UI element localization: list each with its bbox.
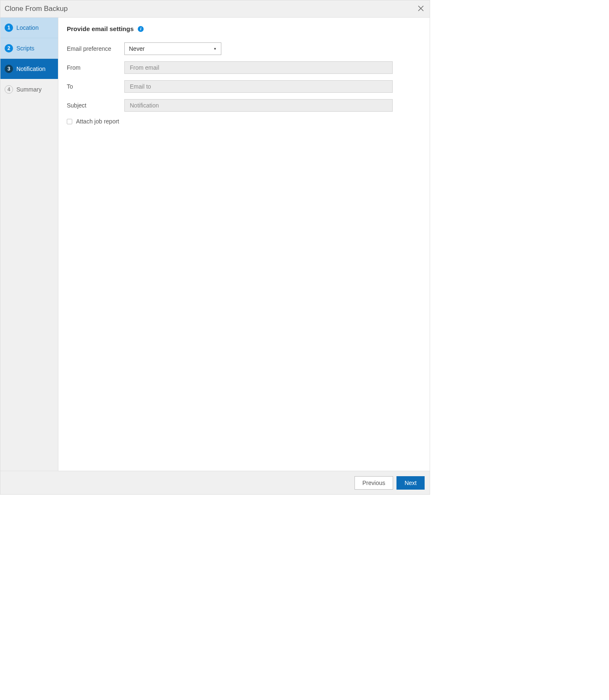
from-label: From [67,64,124,71]
content-header: Provide email settings i [67,25,421,32]
email-preference-row: Email preference Never ▼ [67,42,421,55]
subject-input[interactable] [124,99,393,112]
from-input[interactable] [124,61,393,74]
next-button[interactable]: Next [396,476,425,490]
close-button[interactable] [416,3,425,14]
step-number-badge: 2 [5,44,13,52]
to-label: To [67,83,124,90]
modal-footer: Previous Next [0,471,430,494]
email-preference-label: Email preference [67,45,124,52]
step-label: Summary [16,86,42,93]
step-number-badge: 4 [5,85,13,94]
previous-button[interactable]: Previous [354,476,393,490]
wizard-nav: 1 Location 2 Scripts 3 Notification 4 Su… [0,18,58,471]
page-title: Provide email settings [67,25,134,32]
info-icon[interactable]: i [138,26,144,32]
attach-job-report-row: Attach job report [67,118,421,125]
clone-from-backup-modal: Clone From Backup 1 Location 2 Scripts 3… [0,0,430,495]
modal-title: Clone From Backup [5,5,68,13]
email-preference-select[interactable]: Never ▼ [124,42,221,55]
wizard-step-summary[interactable]: 4 Summary [0,79,58,100]
from-row: From [67,61,421,74]
step-label: Location [16,24,39,31]
to-row: To [67,80,421,93]
step-number-badge: 3 [5,65,13,73]
step-number-badge: 1 [5,24,13,32]
modal-header: Clone From Backup [0,0,430,18]
step-label: Scripts [16,45,34,52]
subject-row: Subject [67,99,421,112]
modal-body: 1 Location 2 Scripts 3 Notification 4 Su… [0,18,430,471]
chevron-down-icon: ▼ [213,47,217,51]
wizard-step-notification[interactable]: 3 Notification [0,59,58,79]
to-input[interactable] [124,80,393,93]
subject-label: Subject [67,102,124,109]
step-label: Notification [16,66,45,72]
wizard-step-scripts[interactable]: 2 Scripts [0,38,58,59]
wizard-step-location[interactable]: 1 Location [0,18,58,38]
attach-job-report-label[interactable]: Attach job report [76,118,119,125]
select-value: Never [129,45,144,52]
attach-job-report-checkbox[interactable] [67,119,72,124]
close-icon [418,5,424,11]
content-panel: Provide email settings i Email preferenc… [58,18,430,471]
